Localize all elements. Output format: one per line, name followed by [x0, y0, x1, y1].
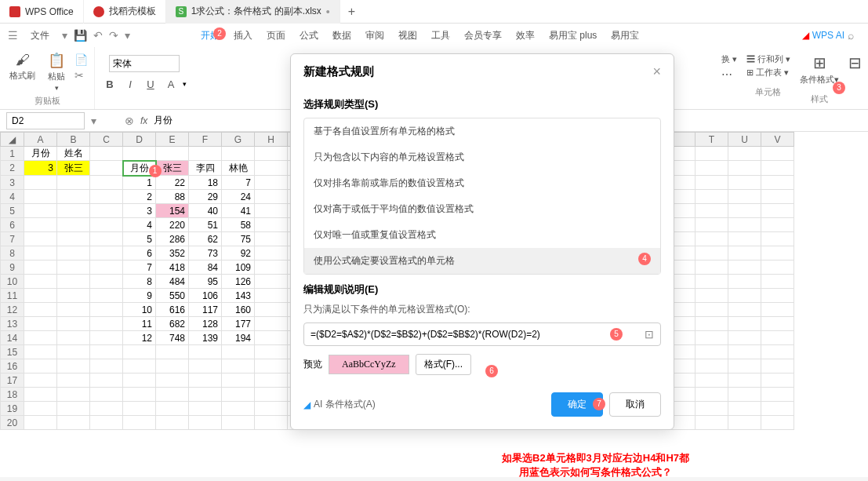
menu-data[interactable]: 数据 — [326, 26, 358, 46]
cell[interactable]: 24 — [222, 190, 255, 204]
cell[interactable]: 84 — [189, 261, 222, 275]
cell[interactable]: 4 — [123, 218, 156, 232]
menu-formula[interactable]: 公式 — [293, 26, 325, 46]
cell[interactable]: 6 — [123, 246, 156, 261]
cell[interactable]: 95 — [189, 275, 222, 289]
more-icon[interactable]: ▾ — [125, 29, 130, 42]
rule-option[interactable]: 仅对唯一值或重复值设置格式 — [304, 222, 660, 248]
ok-button[interactable]: 确定 7 — [551, 392, 603, 417]
cell[interactable]: 3 — [123, 204, 156, 218]
col-header[interactable]: G — [222, 133, 255, 147]
fx-label[interactable]: fx — [140, 115, 147, 126]
row-header[interactable]: 4 — [1, 190, 24, 204]
row-header[interactable]: 8 — [1, 246, 24, 261]
cell[interactable]: 62 — [189, 232, 222, 246]
cell[interactable]: 352 — [156, 246, 189, 261]
cell[interactable]: 143 — [222, 289, 255, 303]
hamburger-icon[interactable]: ☰ — [8, 29, 18, 42]
rule-option[interactable]: 基于各自值设置所有单元格的格式 — [304, 118, 660, 144]
row-header[interactable]: 5 — [1, 204, 24, 218]
row-header[interactable]: 11 — [1, 289, 24, 303]
tab-document[interactable]: S 1求公式：条件格式 的副本.xlsx • — [166, 0, 340, 24]
cell[interactable]: 75 — [222, 232, 255, 246]
col-header[interactable]: D — [123, 133, 156, 147]
cell[interactable]: 12 — [123, 331, 156, 345]
cell[interactable]: 418 — [156, 261, 189, 275]
cell[interactable]: 2 — [123, 190, 156, 204]
range-picker-icon[interactable]: ⊡ — [645, 328, 654, 341]
cell[interactable]: 18 — [189, 176, 222, 190]
menu-review[interactable]: 审阅 — [359, 26, 390, 46]
cell[interactable]: 88 — [156, 190, 189, 204]
search-icon[interactable]: ⌕ — [848, 29, 854, 42]
condfmt-icon[interactable]: ⊞ — [813, 53, 826, 72]
worksheet-button[interactable]: ⊞ 工作表 ▾ — [746, 67, 789, 78]
underline-button[interactable]: U — [142, 75, 159, 93]
undo-icon[interactable]: ↶ — [93, 29, 103, 42]
col-header[interactable]: H — [255, 133, 288, 147]
row-header[interactable]: 19 — [1, 402, 24, 416]
cell[interactable]: 550 — [156, 289, 189, 303]
italic-button[interactable]: I — [122, 75, 139, 93]
row-header[interactable]: 20 — [1, 416, 24, 430]
cell[interactable]: 73 — [189, 246, 222, 261]
cell[interactable]: 117 — [189, 303, 222, 317]
cell[interactable]: 月份 — [24, 147, 57, 161]
extra-icon[interactable]: ⊟ — [848, 53, 862, 72]
cell[interactable]: 220 — [156, 218, 189, 232]
cut-icon[interactable]: ✂ — [74, 69, 88, 82]
cell[interactable]: 58 — [222, 218, 255, 232]
cell[interactable]: 10 — [123, 303, 156, 317]
cell[interactable]: 109 — [222, 261, 255, 275]
menu-start[interactable]: 开始 2 — [194, 26, 226, 46]
menu-efficiency[interactable]: 效率 — [510, 26, 541, 46]
col-header[interactable]: E — [156, 133, 189, 147]
row-header[interactable]: 6 — [1, 218, 24, 232]
cell[interactable]: 92 — [222, 246, 255, 261]
menu-eyb[interactable]: 易用宝 — [605, 26, 645, 46]
row-header[interactable]: 17 — [1, 374, 24, 388]
cancel-button[interactable]: 取消 — [609, 392, 661, 417]
col-header[interactable]: A — [24, 133, 57, 147]
row-header[interactable]: 16 — [1, 359, 24, 374]
col-header[interactable]: U — [728, 133, 761, 147]
row-header[interactable]: 15 — [1, 345, 24, 359]
redo-icon[interactable]: ↷ — [109, 29, 118, 42]
cell[interactable]: 160 — [222, 303, 255, 317]
rowcol-button[interactable]: ☰ 行和列 ▾ — [746, 53, 790, 65]
dropdown-icon[interactable]: ▾ — [62, 29, 67, 42]
row-header[interactable]: 10 — [1, 275, 24, 289]
row-header[interactable]: 2 — [1, 161, 24, 176]
row-header[interactable]: 9 — [1, 261, 24, 275]
menu-page[interactable]: 页面 — [260, 26, 292, 46]
rule-option-selected[interactable]: 使用公式确定要设置格式的单元格 4 — [304, 248, 660, 274]
cell[interactable]: 106 — [189, 289, 222, 303]
menu-view[interactable]: 视图 — [392, 26, 423, 46]
menu-tools[interactable]: 工具 — [425, 26, 456, 46]
cell[interactable]: 林艳 — [222, 161, 255, 176]
cancel-icon[interactable]: ⊗ — [125, 115, 134, 127]
cell-selected[interactable]: 月份 1 — [123, 161, 156, 176]
cell-reference-input[interactable] — [6, 112, 85, 129]
row-header[interactable]: 13 — [1, 317, 24, 331]
menu-member[interactable]: 会员专享 — [458, 26, 508, 46]
menu-insert[interactable]: 插入 — [227, 26, 259, 46]
cell[interactable]: 22 — [156, 176, 189, 190]
replace-button[interactable]: 换 ▾ — [721, 53, 737, 65]
rule-option[interactable]: 仅对高于或低于平均值的数值设置格式 — [304, 196, 660, 222]
col-header[interactable]: B — [57, 133, 90, 147]
rule-option[interactable]: 仅对排名靠前或靠后的数值设置格式 — [304, 170, 660, 196]
close-icon[interactable]: × — [652, 64, 661, 80]
new-tab-button[interactable]: + — [340, 5, 363, 19]
cell[interactable]: 3 — [24, 161, 57, 176]
format-button[interactable]: 格式(F)... — [416, 354, 471, 375]
cell[interactable]: 7 — [123, 261, 156, 275]
paste-button[interactable]: 📋 粘贴▾ — [45, 50, 68, 93]
dropdown-icon[interactable]: ▾ — [91, 115, 96, 127]
cell[interactable]: 177 — [222, 317, 255, 331]
font-more-button[interactable]: A — [162, 75, 180, 93]
cell[interactable]: 7 — [222, 176, 255, 190]
tab-template[interactable]: 找稻壳模板 — [84, 0, 166, 24]
cell[interactable]: 张三 — [57, 161, 90, 176]
cell[interactable]: 128 — [189, 317, 222, 331]
